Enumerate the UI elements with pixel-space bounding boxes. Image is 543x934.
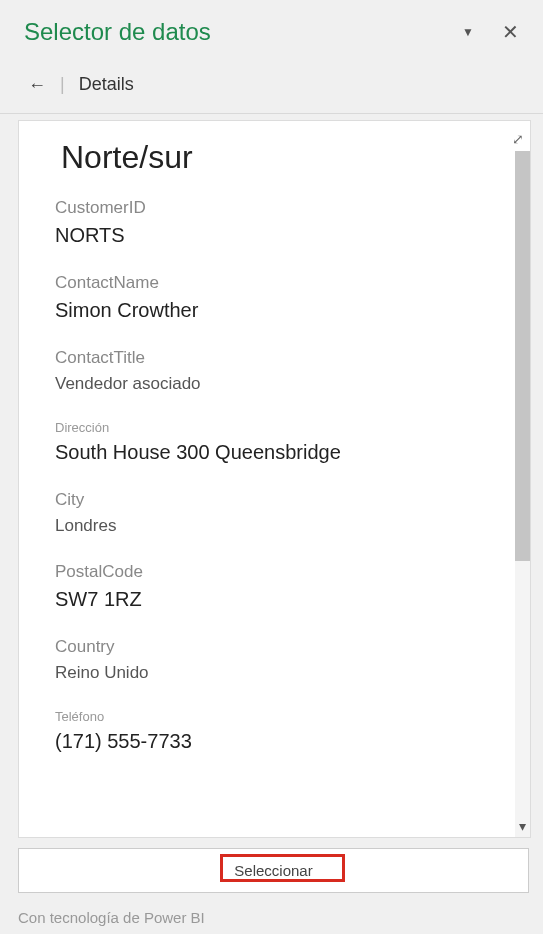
- field-city: City Londres: [55, 490, 494, 536]
- field-direccion: Dirección South House 300 Queensbridge: [55, 420, 494, 464]
- field-label: ContactName: [55, 273, 494, 293]
- field-contact-title: ContactTitle Vendedor asociado: [55, 348, 494, 394]
- select-button-wrap: Seleccionar: [0, 844, 543, 901]
- close-icon[interactable]: ✕: [502, 22, 519, 42]
- field-value: Vendedor asociado: [55, 374, 494, 394]
- details-card: ⤢ ▾ Norte/sur CustomerID NORTS ContactNa…: [18, 120, 531, 838]
- field-value: South House 300 Queensbridge: [55, 441, 494, 464]
- pane-title: Selector de datos: [24, 18, 211, 46]
- field-value: (171) 555-7733: [55, 730, 494, 753]
- field-label: Dirección: [55, 420, 494, 435]
- card-title: Norte/sur: [55, 139, 494, 176]
- field-label: Teléfono: [55, 709, 494, 724]
- back-arrow-icon[interactable]: ←: [28, 76, 46, 94]
- dropdown-icon[interactable]: ▼: [462, 25, 474, 39]
- field-contact-name: ContactName Simon Crowther: [55, 273, 494, 322]
- field-label: CustomerID: [55, 198, 494, 218]
- data-selector-pane: Selector de datos ▼ ✕ ← | Details ⤢ ▾ No…: [0, 0, 543, 934]
- field-value: SW7 1RZ: [55, 588, 494, 611]
- field-value: Reino Unido: [55, 663, 494, 683]
- pane-header: Selector de datos ▼ ✕: [0, 0, 543, 60]
- breadcrumb: ← | Details: [0, 60, 543, 114]
- field-telefono: Teléfono (171) 555-7733: [55, 709, 494, 753]
- field-customer-id: CustomerID NORTS: [55, 198, 494, 247]
- field-label: ContactTitle: [55, 348, 494, 368]
- pane-header-controls: ▼ ✕: [462, 22, 519, 42]
- breadcrumb-separator: |: [60, 74, 65, 95]
- field-country: Country Reino Unido: [55, 637, 494, 683]
- breadcrumb-label: Details: [79, 74, 134, 95]
- field-value: Londres: [55, 516, 494, 536]
- field-label: City: [55, 490, 494, 510]
- field-label: Country: [55, 637, 494, 657]
- field-label: PostalCode: [55, 562, 494, 582]
- field-value: NORTS: [55, 224, 494, 247]
- select-button[interactable]: Seleccionar: [18, 848, 529, 893]
- content-outer: ⤢ ▾ Norte/sur CustomerID NORTS ContactNa…: [0, 114, 543, 844]
- field-value: Simon Crowther: [55, 299, 494, 322]
- scroll-region: Norte/sur CustomerID NORTS ContactName S…: [19, 121, 530, 837]
- footer-powered-by: Con tecnología de Power BI: [0, 901, 543, 934]
- field-postal-code: PostalCode SW7 1RZ: [55, 562, 494, 611]
